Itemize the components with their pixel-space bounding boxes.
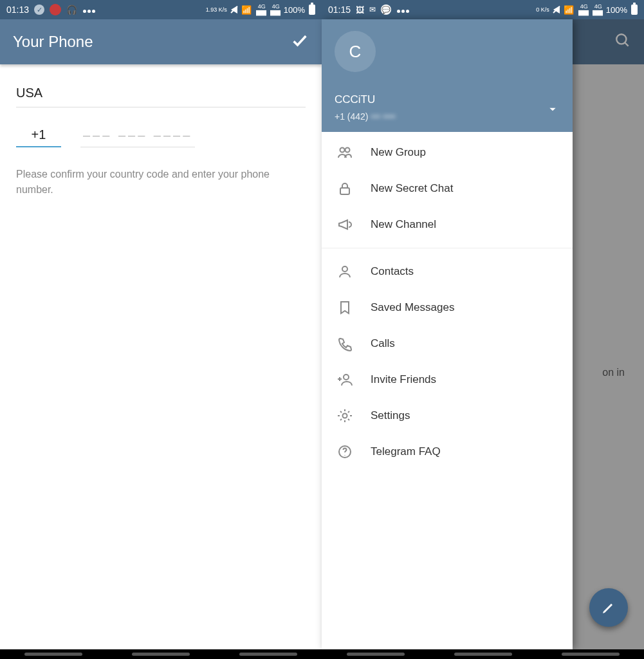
account-expand-toggle[interactable] <box>548 105 557 116</box>
status-net-rate: 0 K/s <box>536 6 549 13</box>
menu-new-channel[interactable]: New Channel <box>322 207 573 243</box>
status-more-dots <box>82 5 96 15</box>
account-phone-visible: +1 (442) <box>335 111 369 122</box>
phone-hint-text: Please confirm your country code and ent… <box>16 167 286 198</box>
phone-nav-bar <box>0 649 322 659</box>
nav-recents[interactable] <box>24 653 82 656</box>
menu-new-group[interactable]: New Group <box>322 135 573 171</box>
status-app-icon: ✓ <box>34 5 44 15</box>
avatar[interactable]: C <box>335 31 376 72</box>
check-icon <box>291 32 309 50</box>
status-net-rate: 1.93 K/s <box>206 6 227 13</box>
country-selector[interactable]: USA <box>16 80 306 107</box>
svg-rect-4 <box>340 188 349 194</box>
menu-new-secret-chat[interactable]: New Secret Chat <box>322 171 573 207</box>
phone-icon <box>336 336 354 351</box>
gear-icon <box>336 408 354 423</box>
status-battery-pct: 100% <box>284 5 305 15</box>
app-bar: Your Phone <box>0 19 322 64</box>
account-name: CCCiTU <box>335 93 375 106</box>
chevron-down-icon <box>548 105 557 114</box>
status-bar: 01:15 🖼 ✉ 💬 0 K/s 📶 4G 4G 100% <box>322 0 644 19</box>
drawer-menu: New Group New Secret Chat New Channel <box>322 132 573 649</box>
navigation-drawer: C CCCiTU +1 (442)••• •••• New Group <box>322 19 573 649</box>
account-phone: +1 (442)••• •••• <box>335 111 396 122</box>
person-icon <box>336 264 354 279</box>
status-chat-icon: 💬 <box>381 5 391 15</box>
nav-home[interactable] <box>132 653 190 656</box>
menu-item-label: New Secret Chat <box>371 182 454 195</box>
confirm-button[interactable] <box>291 32 309 52</box>
menu-contacts[interactable]: Contacts <box>322 254 573 290</box>
menu-item-label: New Channel <box>371 218 436 231</box>
megaphone-icon <box>336 217 354 232</box>
menu-item-label: New Group <box>371 146 426 159</box>
phone-form: USA +1 ––– ––– –––– Please confirm your … <box>0 64 322 214</box>
nav-back[interactable] <box>562 653 620 656</box>
page-title: Your Phone <box>13 33 93 51</box>
menu-invite-friends[interactable]: Invite Friends <box>322 362 573 398</box>
menu-divider <box>322 248 573 248</box>
status-signal-1: 4G <box>255 4 266 16</box>
bookmark-icon <box>336 300 354 315</box>
status-battery-icon <box>309 5 315 15</box>
menu-item-label: Calls <box>371 337 395 350</box>
avatar-initial: C <box>349 42 362 62</box>
svg-point-5 <box>342 266 347 272</box>
menu-item-label: Invite Friends <box>371 373 436 386</box>
pencil-icon <box>601 600 616 615</box>
status-more-dots <box>396 5 410 15</box>
calling-code-input[interactable]: +1 <box>16 124 61 147</box>
compose-fab[interactable] <box>589 588 628 627</box>
status-bar: 01:13 ✓ 🎧 1.93 K/s 📶 4G 4G 100% <box>0 0 322 19</box>
menu-section-main: Contacts Saved Messages Calls <box>322 251 573 472</box>
menu-item-label: Saved Messages <box>371 301 454 314</box>
chat-drawer-screen: 01:15 🖼 ✉ 💬 0 K/s 📶 4G 4G 100% on in <box>322 0 644 659</box>
svg-point-6 <box>344 375 349 380</box>
menu-section-create: New Group New Secret Chat New Channel <box>322 132 573 245</box>
status-headset-icon: 🎧 <box>66 5 77 15</box>
status-wifi-icon: 📶 <box>564 5 574 15</box>
phone-login-screen: 01:13 ✓ 🎧 1.93 K/s 📶 4G 4G 100% Your Pho… <box>0 0 322 659</box>
status-mail-icon: ✉ <box>369 5 376 14</box>
phone-number-input[interactable]: ––– ––– –––– <box>80 124 195 147</box>
phone-nav-bar <box>322 649 644 659</box>
nav-back[interactable] <box>239 653 297 656</box>
menu-item-label: Contacts <box>371 265 414 278</box>
status-battery-icon <box>631 5 638 15</box>
menu-settings[interactable]: Settings <box>322 398 573 434</box>
svg-point-3 <box>345 148 350 153</box>
status-battery-pct: 100% <box>606 5 627 15</box>
status-signal-2: 4G <box>592 4 602 16</box>
status-time: 01:15 <box>328 5 351 15</box>
add-person-icon <box>336 372 354 387</box>
account-phone-hidden: ••• •••• <box>369 111 396 122</box>
status-signal-1: 4G <box>578 4 588 16</box>
status-alert-icon <box>50 4 61 15</box>
status-signal-2: 4G <box>270 4 280 16</box>
menu-item-label: Settings <box>371 409 410 422</box>
status-time: 01:13 <box>6 5 29 15</box>
drawer-header: C CCCiTU +1 (442)••• •••• <box>322 19 573 132</box>
menu-calls[interactable]: Calls <box>322 326 573 362</box>
help-icon <box>336 444 354 459</box>
status-image-icon: 🖼 <box>356 5 364 15</box>
status-mute-icon <box>553 6 560 14</box>
lock-icon <box>336 181 354 196</box>
menu-faq[interactable]: Telegram FAQ <box>322 434 573 470</box>
group-icon <box>336 145 354 160</box>
menu-saved-messages[interactable]: Saved Messages <box>322 290 573 326</box>
svg-point-2 <box>340 148 345 153</box>
nav-home[interactable] <box>454 653 512 656</box>
status-wifi-icon: 📶 <box>241 5 252 15</box>
nav-recents[interactable] <box>347 653 405 656</box>
status-mute-icon <box>231 6 237 14</box>
svg-point-7 <box>343 414 347 418</box>
menu-item-label: Telegram FAQ <box>371 445 441 458</box>
